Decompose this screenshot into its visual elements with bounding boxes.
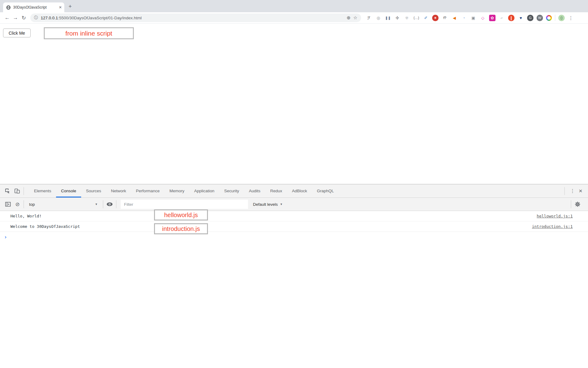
profile-braces-icon[interactable]: {} (558, 15, 565, 21)
swirl-icon[interactable]: ◔ (461, 15, 467, 21)
divider (24, 187, 24, 195)
console-message: Welcome to 30DaysOfJavaScript (10, 224, 80, 229)
function-helper-icon[interactable]: f? (442, 15, 448, 21)
address-bar[interactable]: ⓘ 127.0.0.1:5500/30DaysOfJavaScript/01-D… (30, 13, 361, 22)
introduction-annotation: introduction.js (154, 223, 208, 234)
tab-title: 30DaysOfJavaScript (13, 5, 56, 10)
devtools-tab-performance[interactable]: Performance (131, 184, 164, 197)
devtools-tab-redux[interactable]: Redux (265, 184, 287, 197)
divider (564, 187, 565, 195)
json-braces-icon[interactable]: {…} (413, 15, 420, 21)
divider (571, 200, 571, 208)
console-sidebar-toggle-icon[interactable] (3, 200, 13, 209)
tag-arrow-icon[interactable]: ⌐ (499, 15, 505, 21)
devtools-tab-console[interactable]: Console (56, 184, 81, 197)
zoom-icon[interactable]: ⊕ (347, 15, 351, 21)
live-expression-eye-icon[interactable] (105, 200, 115, 209)
console-message-row: Welcome to 30DaysOfJavaScript introducti… (0, 221, 588, 232)
devtools-tab-security[interactable]: Security (219, 184, 244, 197)
divider (24, 200, 24, 208)
favicon-globe-icon (6, 5, 11, 10)
extensions-row: ℱ◎❚❚✣✾{…}✐✶f?◀◔▣◇✿⌐❙♥GW{} (366, 15, 565, 21)
react-flower-icon[interactable]: ✾ (404, 15, 410, 21)
devtools-close-icon[interactable]: ✕ (579, 188, 582, 194)
tab-close-icon[interactable]: ✕ (59, 5, 62, 10)
devtools-tab-audits[interactable]: Audits (244, 184, 266, 197)
devtools-tab-application[interactable]: Application (189, 184, 219, 197)
bookmark-star-icon[interactable]: ☆ (353, 15, 357, 21)
pink-gear-icon[interactable]: ✿ (489, 15, 496, 21)
log-levels-value: Default levels (253, 202, 278, 207)
console-prompt-icon: › (4, 234, 7, 240)
fontawesome-icon[interactable]: ℱ (366, 15, 372, 21)
chevron-down-icon: ▼ (280, 203, 283, 206)
context-selector-value: top (29, 202, 35, 207)
divider (103, 200, 103, 208)
devtools-tab-network[interactable]: Network (106, 184, 131, 197)
helloworld-annotation: helloworld.js (154, 209, 208, 220)
clear-console-icon[interactable]: ⊘ (13, 201, 22, 208)
console-settings-gear-icon[interactable] (573, 200, 582, 209)
inspect-element-icon[interactable] (2, 186, 12, 196)
w-wave-icon[interactable]: W (537, 15, 543, 21)
source-link[interactable]: introduction.js:1 (532, 224, 573, 229)
inline-script-annotation: from inline script (44, 27, 134, 39)
devtools-tab-graphql[interactable]: GraphQL (312, 184, 339, 197)
browser-tab[interactable]: 30DaysOfJavaScript ✕ (3, 2, 64, 12)
tab-strip: 30DaysOfJavaScript ✕ + (0, 0, 588, 12)
devtools-menu-icon[interactable]: ⋮ (570, 188, 575, 194)
back-icon[interactable]: ← (3, 15, 11, 21)
reload-icon[interactable]: ↻ (20, 15, 28, 21)
devtools-tab-sources[interactable]: Sources (81, 184, 106, 197)
chevron-down-icon: ▼ (95, 203, 98, 206)
bug-icon[interactable]: ✣ (394, 15, 401, 21)
divider (555, 15, 555, 21)
browser-menu-icon[interactable]: ⋮ (568, 15, 574, 21)
new-tab-button[interactable]: + (66, 2, 74, 10)
columns-icon[interactable]: ❚❚ (385, 15, 391, 21)
url-path: :5500/30DaysOfJavaScript/01-Day/index.ht… (58, 16, 141, 20)
url-text[interactable]: 127.0.0.1:5500/30DaysOfJavaScript/01-Day… (41, 16, 141, 20)
log-levels-dropdown[interactable]: Default levels ▼ (253, 202, 283, 207)
devtools-tab-memory[interactable]: Memory (164, 184, 189, 197)
devtools-tabbar: ElementsConsoleSourcesNetworkPerformance… (0, 184, 588, 198)
devtools-panel: ElementsConsoleSourcesNetworkPerformance… (0, 184, 588, 368)
url-host: 127.0.0.1 (41, 16, 58, 20)
filter-input[interactable] (121, 200, 248, 209)
devtools-tab-elements[interactable]: Elements (29, 184, 56, 197)
console-output: Hello, World! helloworld.js:1 Welcome to… (0, 211, 588, 242)
bookmark-icon[interactable]: ❙ (508, 15, 514, 21)
console-toolbar: ⊘ top ▼ Default levels ▼ (0, 198, 588, 211)
context-selector[interactable]: top ▼ (25, 200, 101, 209)
divider (116, 200, 116, 208)
source-link[interactable]: helloworld.js:1 (537, 214, 573, 218)
devtools-tab-adblock[interactable]: AdBlock (287, 184, 312, 197)
atom-icon[interactable]: ◎ (375, 15, 382, 21)
device-toolbar-icon[interactable] (12, 186, 22, 196)
click-me-button[interactable]: Click Me (3, 29, 31, 37)
camera-icon[interactable]: ▣ (470, 15, 477, 21)
color-ring-icon[interactable] (546, 15, 552, 21)
console-message-row: Hello, World! helloworld.js:1 (0, 211, 588, 221)
console-prompt-row[interactable]: › (0, 232, 588, 242)
devtools-tabbar-right: ⋮ ✕ (563, 187, 586, 195)
devtools-tabs: ElementsConsoleSourcesNetworkPerformance… (29, 184, 339, 197)
eyedropper-icon[interactable]: ✐ (423, 15, 429, 21)
console-message: Hello, World! (10, 214, 42, 218)
forward-icon[interactable]: → (11, 15, 20, 21)
graphql-icon[interactable]: ◇ (480, 15, 486, 21)
heart-search-icon[interactable]: ♥ (518, 15, 524, 21)
site-info-icon[interactable]: ⓘ (34, 15, 38, 21)
megaphone-icon[interactable]: ◀ (451, 15, 458, 21)
g-power-icon[interactable]: G (527, 15, 533, 21)
stop-hand-icon[interactable]: ✶ (432, 15, 439, 21)
browser-toolbar: ← → ↻ ⓘ 127.0.0.1:5500/30DaysOfJavaScrip… (0, 12, 588, 24)
